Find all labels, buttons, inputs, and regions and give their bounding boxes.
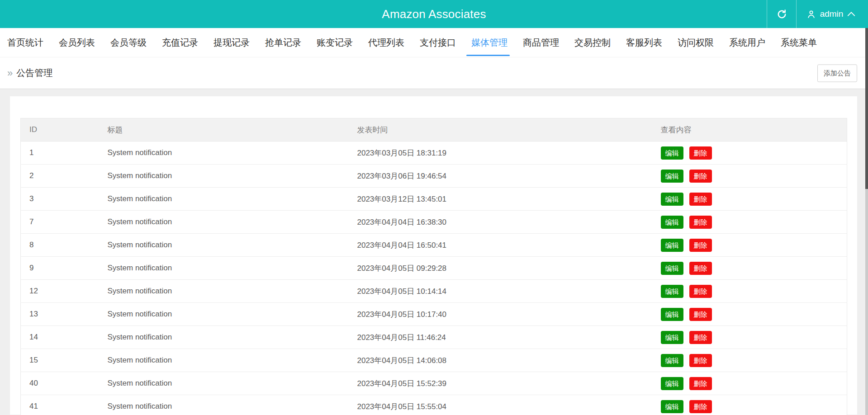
- column-header: 标题: [99, 118, 349, 141]
- row-time-cell: 2023年04月05日 15:55:04: [349, 395, 652, 415]
- table-row: 3System notification2023年03月12日 13:45:01…: [21, 188, 847, 211]
- delete-button[interactable]: 删除: [689, 146, 712, 160]
- nav-item-media-management[interactable]: 媒体管理: [471, 28, 508, 57]
- username-label: admin: [820, 9, 844, 19]
- vertical-scrollbar: [865, 28, 868, 415]
- table-row: 14System notification2023年04月05日 11:46:2…: [21, 326, 847, 349]
- nav-item-agent-list[interactable]: 代理列表: [368, 28, 404, 57]
- add-announcement-button[interactable]: 添加公告: [817, 64, 857, 82]
- nav-item-system-users[interactable]: 系统用户: [729, 28, 765, 57]
- row-title-cell: System notification: [99, 257, 349, 280]
- row-time-cell: 2023年03月12日 13:45:01: [349, 188, 652, 211]
- nav-item-payment-api[interactable]: 支付接口: [420, 28, 456, 57]
- table-body: 1System notification2023年03月05日 18:31:19…: [21, 141, 847, 415]
- nav-item-account-change-records[interactable]: 账变记录: [317, 28, 353, 57]
- edit-button[interactable]: 编辑: [661, 216, 683, 229]
- delete-button[interactable]: 删除: [689, 239, 712, 252]
- nav-item-member-list[interactable]: 会员列表: [59, 28, 95, 57]
- announcement-card: ID标题发表时间查看内容 1System notification2023年03…: [10, 96, 857, 415]
- row-time-cell: 2023年04月05日 14:06:08: [349, 349, 652, 372]
- delete-button[interactable]: 删除: [689, 400, 712, 413]
- user-menu[interactable]: admin: [797, 0, 865, 28]
- column-header: 查看内容: [652, 118, 847, 141]
- row-title-cell: System notification: [99, 141, 349, 165]
- nav-item-trade-control[interactable]: 交易控制: [574, 28, 611, 57]
- row-time-cell: 2023年04月05日 15:52:39: [349, 372, 652, 395]
- page-title: 公告管理: [16, 67, 52, 79]
- column-header: 发表时间: [349, 118, 652, 141]
- nav-item-access-permission[interactable]: 访问权限: [678, 28, 714, 57]
- column-header: ID: [21, 118, 99, 141]
- row-title-cell: System notification: [99, 349, 349, 372]
- row-time-cell: 2023年04月04日 16:38:30: [349, 211, 652, 234]
- row-actions-cell: 编辑删除: [652, 188, 847, 211]
- edit-button[interactable]: 编辑: [661, 170, 683, 183]
- page-content: ID标题发表时间查看内容 1System notification2023年03…: [0, 89, 868, 415]
- row-actions-cell: 编辑删除: [652, 165, 847, 188]
- chevron-up-icon: [847, 11, 855, 17]
- table-row: 13System notification2023年04月05日 10:17:4…: [21, 303, 847, 326]
- row-actions-cell: 编辑删除: [652, 395, 847, 415]
- row-actions-cell: 编辑删除: [652, 372, 847, 395]
- row-id-cell: 12: [21, 280, 99, 303]
- table-header-row: ID标题发表时间查看内容: [21, 118, 847, 141]
- row-title-cell: System notification: [99, 303, 349, 326]
- table-row: 1System notification2023年03月05日 18:31:19…: [21, 141, 847, 165]
- main-nav: 首页统计会员列表会员等级充值记录提现记录抢单记录账变记录代理列表支付接口媒体管理…: [0, 28, 868, 57]
- edit-button[interactable]: 编辑: [661, 193, 683, 206]
- row-id-cell: 2: [21, 165, 99, 188]
- table-row: 9System notification2023年04月05日 09:29:28…: [21, 257, 847, 280]
- scrollbar-thumb[interactable]: [865, 28, 868, 189]
- edit-button[interactable]: 编辑: [661, 285, 683, 298]
- nav-item-home-stats[interactable]: 首页统计: [7, 28, 43, 57]
- app-header: Amazon Associates admin: [0, 0, 868, 28]
- row-id-cell: 7: [21, 211, 99, 234]
- nav-item-recharge-records[interactable]: 充值记录: [162, 28, 198, 57]
- delete-button[interactable]: 删除: [689, 216, 712, 229]
- nav-item-customer-service-list[interactable]: 客服列表: [626, 28, 662, 57]
- delete-button[interactable]: 删除: [689, 193, 712, 206]
- edit-button[interactable]: 编辑: [661, 262, 683, 275]
- delete-button[interactable]: 删除: [689, 285, 712, 298]
- delete-button[interactable]: 删除: [689, 308, 712, 321]
- row-id-cell: 1: [21, 141, 99, 165]
- delete-button[interactable]: 删除: [689, 170, 712, 183]
- nav-item-system-menu[interactable]: 系统菜单: [781, 28, 817, 57]
- edit-button[interactable]: 编辑: [661, 331, 683, 344]
- row-actions-cell: 编辑删除: [652, 234, 847, 257]
- row-id-cell: 13: [21, 303, 99, 326]
- edit-button[interactable]: 编辑: [661, 239, 683, 252]
- nav-item-order-grab-records[interactable]: 抢单记录: [265, 28, 301, 57]
- row-time-cell: 2023年04月04日 16:50:41: [349, 234, 652, 257]
- row-time-cell: 2023年04月05日 10:17:40: [349, 303, 652, 326]
- edit-button[interactable]: 编辑: [661, 400, 683, 413]
- delete-button[interactable]: 删除: [689, 377, 712, 390]
- edit-button[interactable]: 编辑: [661, 146, 683, 160]
- edit-button[interactable]: 编辑: [661, 377, 683, 390]
- row-id-cell: 15: [21, 349, 99, 372]
- delete-button[interactable]: 删除: [689, 354, 712, 367]
- delete-button[interactable]: 删除: [689, 331, 712, 344]
- row-id-cell: 3: [21, 188, 99, 211]
- row-title-cell: System notification: [99, 234, 349, 257]
- row-actions-cell: 编辑删除: [652, 303, 847, 326]
- row-title-cell: System notification: [99, 188, 349, 211]
- row-time-cell: 2023年03月05日 18:31:19: [349, 141, 652, 165]
- table-row: 7System notification2023年04月04日 16:38:30…: [21, 211, 847, 234]
- row-title-cell: System notification: [99, 326, 349, 349]
- refresh-button[interactable]: [767, 0, 797, 28]
- nav-item-product-management[interactable]: 商品管理: [523, 28, 559, 57]
- row-actions-cell: 编辑删除: [652, 326, 847, 349]
- row-title-cell: System notification: [99, 211, 349, 234]
- nav-item-member-level[interactable]: 会员等级: [110, 28, 147, 57]
- row-id-cell: 8: [21, 234, 99, 257]
- delete-button[interactable]: 删除: [689, 262, 712, 275]
- row-actions-cell: 编辑删除: [652, 141, 847, 165]
- edit-button[interactable]: 编辑: [661, 354, 683, 367]
- edit-button[interactable]: 编辑: [661, 308, 683, 321]
- row-time-cell: 2023年04月05日 11:46:24: [349, 326, 652, 349]
- row-id-cell: 14: [21, 326, 99, 349]
- row-time-cell: 2023年04月05日 09:29:28: [349, 257, 652, 280]
- row-title-cell: System notification: [99, 280, 349, 303]
- nav-item-withdraw-records[interactable]: 提现记录: [213, 28, 250, 57]
